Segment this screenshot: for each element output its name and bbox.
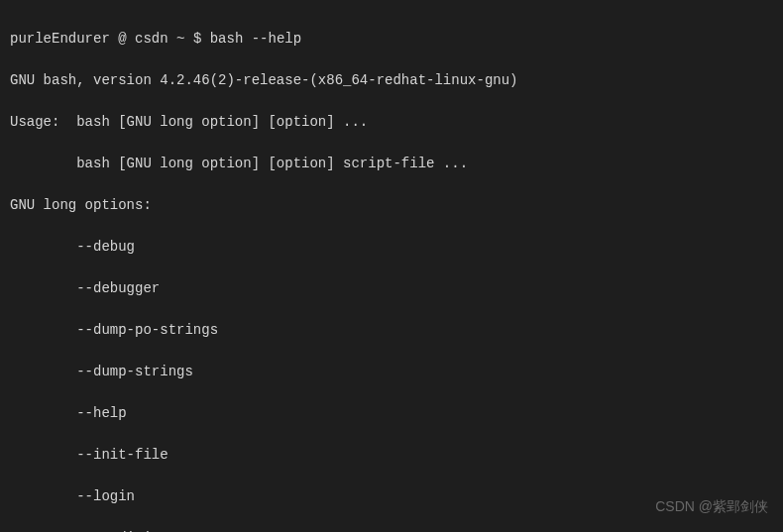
prompt-command: bash --help <box>210 31 301 47</box>
gnu-long-header: GNU long options: <box>10 195 773 216</box>
option-line: --debugger <box>10 278 773 299</box>
usage-line-1: Usage: bash [GNU long option] [option] .… <box>10 112 773 133</box>
watermark: CSDN @紫郢剑侠 <box>655 496 768 517</box>
usage-line-2: bash [GNU long option] [option] script-f… <box>10 154 773 174</box>
prompt-dollar: $ <box>193 31 201 47</box>
prompt-user: purleEndurer <box>10 31 110 47</box>
option-line: --dump-strings <box>10 362 773 382</box>
option-line: --dump-po-strings <box>10 320 773 341</box>
option-line: --help <box>10 403 773 424</box>
prompt-line: purleEndurer @ csdn ~ $ bash --help <box>10 29 773 50</box>
prompt-tilde: ~ <box>176 31 184 47</box>
option-line: --init-file <box>10 445 773 466</box>
prompt-host: csdn <box>135 31 168 47</box>
terminal-output[interactable]: purleEndurer @ csdn ~ $ bash --help GNU … <box>10 8 773 532</box>
prompt-at: @ <box>118 31 126 47</box>
option-line: --debug <box>10 237 773 258</box>
version-line: GNU bash, version 4.2.46(2)-release-(x86… <box>10 70 773 91</box>
option-line: --noediting <box>10 528 773 532</box>
